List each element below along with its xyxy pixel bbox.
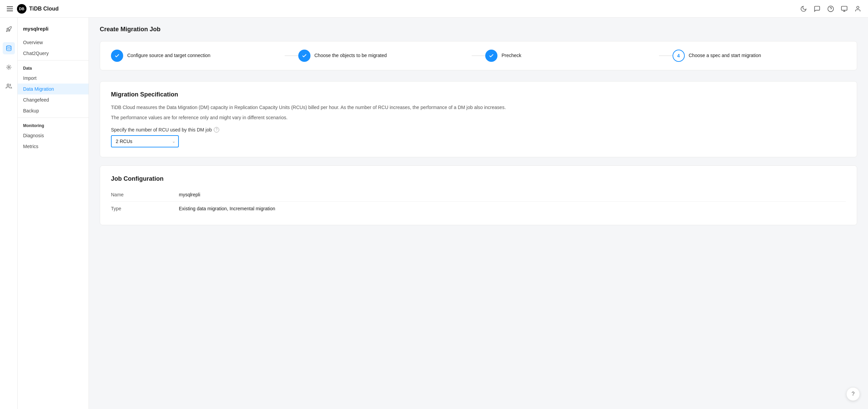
nav-section-monitoring: Monitoring (18, 119, 89, 130)
job-config-title: Job Configuration (111, 175, 846, 182)
step-3-label: Precheck (502, 52, 521, 59)
step-4-label: Choose a spec and start migration (689, 52, 761, 59)
sidebar-icon-rocket[interactable] (3, 23, 15, 35)
step-2-icon (298, 50, 310, 62)
help-fab-button[interactable]: ? (846, 387, 860, 401)
menu-toggle[interactable] (7, 6, 13, 11)
main-content: Create Migration Job Configure source an… (89, 18, 868, 409)
config-key-name: Name (111, 192, 179, 197)
nav-item-metrics[interactable]: Metrics (18, 141, 89, 152)
sidebar-icon-database[interactable] (3, 42, 15, 54)
nav-sidebar: mysqlrepli Overview Chat2Query Data Impo… (18, 18, 89, 409)
migration-spec-desc2: The performance values are for reference… (111, 114, 846, 121)
config-row-name: Name mysqlrepli (111, 188, 846, 202)
page-header: Create Migration Job (100, 26, 857, 33)
step-2: Choose the objects to be migrated (298, 50, 472, 62)
help-icon[interactable] (827, 5, 834, 12)
logo-icon: DB (17, 4, 26, 14)
rcu-select-wrapper: 2 RCUs 4 RCUs 8 RCUs 16 RCUs ⌄ (111, 135, 179, 147)
nav-item-changefeed[interactable]: Changefeed (18, 94, 89, 105)
step-1-label: Configure source and target connection (127, 52, 210, 59)
nav-item-import[interactable]: Import (18, 73, 89, 84)
nav-section-data: Data (18, 62, 89, 73)
step-connector-2 (472, 55, 485, 56)
nav-item-chat2query[interactable]: Chat2Query (18, 48, 89, 59)
config-value-name: mysqlrepli (179, 192, 200, 197)
rcu-field-label: Specify the number of RCU used by this D… (111, 127, 846, 132)
app-logo: DB TiDB Cloud (17, 4, 59, 14)
svg-point-6 (6, 46, 11, 48)
step-1: Configure source and target connection (111, 50, 285, 62)
step-connector-3 (659, 55, 673, 56)
step-1-icon (111, 50, 123, 62)
nav-actions (800, 5, 861, 12)
page-title: Create Migration Job (100, 26, 857, 33)
svg-rect-2 (842, 6, 847, 10)
svg-point-5 (857, 6, 859, 8)
stepper: Configure source and target connection C… (100, 41, 857, 70)
config-key-type: Type (111, 206, 179, 211)
step-2-label: Choose the objects to be migrated (315, 52, 387, 59)
nav-item-data-migration[interactable]: Data Migration (18, 84, 89, 94)
nav-item-overview[interactable]: Overview (18, 37, 89, 48)
rcu-help-icon[interactable]: ? (214, 127, 219, 132)
dark-mode-icon[interactable] (800, 5, 807, 12)
config-value-type: Existing data migration, Incremental mig… (179, 206, 275, 211)
app-title: TiDB Cloud (29, 6, 59, 12)
sidebar-icon-users[interactable] (3, 80, 15, 92)
top-nav: DB TiDB Cloud (0, 0, 868, 18)
app-layout: mysqlrepli Overview Chat2Query Data Impo… (0, 18, 868, 409)
nav-item-backup[interactable]: Backup (18, 105, 89, 116)
user-icon[interactable] (854, 5, 861, 12)
config-row-type: Type Existing data migration, Incrementa… (111, 202, 846, 215)
migration-spec-title: Migration Specification (111, 91, 846, 98)
svg-point-7 (8, 67, 10, 68)
billing-icon[interactable] (841, 5, 848, 12)
sidebar-icon-cluster[interactable] (3, 61, 15, 73)
step-4: 4 Choose a spec and start migration (673, 50, 846, 62)
icon-sidebar (0, 18, 18, 409)
migration-spec-card: Migration Specification TiDB Cloud measu… (100, 81, 857, 157)
step-3-icon (485, 50, 497, 62)
svg-point-8 (7, 84, 9, 86)
nav-item-diagnosis[interactable]: Diagnosis (18, 130, 89, 141)
step-3: Precheck (485, 50, 659, 62)
job-config-card: Job Configuration Name mysqlrepli Type E… (100, 165, 857, 225)
chat-icon[interactable] (814, 5, 820, 12)
project-name: mysqlrepli (18, 23, 89, 37)
rcu-select[interactable]: 2 RCUs 4 RCUs 8 RCUs 16 RCUs (111, 135, 179, 147)
step-4-icon: 4 (673, 50, 685, 62)
step-connector-1 (285, 55, 298, 56)
migration-spec-desc1: TiDB Cloud measures the Data Migration (… (111, 104, 846, 111)
